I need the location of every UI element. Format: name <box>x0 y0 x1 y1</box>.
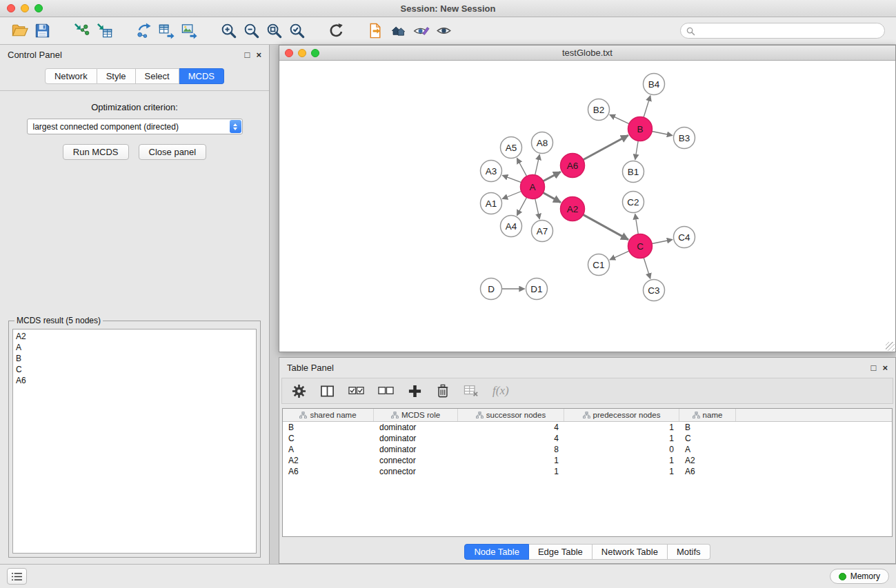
table-row[interactable]: Cdominator41C <box>283 433 892 444</box>
tab-node-table[interactable]: Node Table <box>464 544 529 560</box>
tab-style[interactable]: Style <box>97 68 136 84</box>
graph-node-A4[interactable]: A4 <box>501 216 522 237</box>
minimize-window-button[interactable] <box>21 4 29 12</box>
table-row[interactable]: A6connector11A6 <box>283 466 892 477</box>
delete-column-button[interactable] <box>436 383 450 398</box>
function-builder-button[interactable]: f(x) <box>492 384 509 398</box>
graph-node-D1[interactable]: D1 <box>526 278 548 300</box>
column-browser-button[interactable] <box>320 384 335 398</box>
tab-edge-table[interactable]: Edge Table <box>529 544 593 560</box>
table-row[interactable]: Adominator80A <box>283 444 892 455</box>
search-input[interactable] <box>680 23 885 39</box>
zoom-in-button[interactable] <box>217 19 240 42</box>
graph-node-A[interactable]: A <box>521 175 545 199</box>
open-file-button[interactable] <box>8 19 31 42</box>
close-table-panel-icon[interactable]: × <box>882 363 888 372</box>
network-canvas[interactable]: B4B2BB3A8A5A6A3B1AC2A1A2A4A7C4CC1C3DD1 <box>279 61 895 352</box>
minimize-network-window-button[interactable] <box>298 49 306 57</box>
graph-node-A6[interactable]: A6 <box>561 154 585 178</box>
graph-edge-A-A5[interactable] <box>517 158 526 176</box>
select-all-columns-button[interactable] <box>348 386 364 396</box>
zoom-selected-button[interactable] <box>286 19 308 42</box>
graphics-details-button[interactable] <box>410 19 432 42</box>
graph-edge-C-C1[interactable] <box>610 251 629 260</box>
table-settings-button[interactable] <box>292 384 306 398</box>
export-table-button[interactable] <box>155 19 178 42</box>
open-session-button[interactable] <box>364 19 387 42</box>
graph-edge-A-A6[interactable] <box>543 172 560 181</box>
export-network-button[interactable] <box>132 19 155 42</box>
import-table-button[interactable] <box>93 19 116 42</box>
mcds-result-list[interactable]: A2ABCA6 <box>12 329 257 554</box>
graph-edge-A2-C[interactable] <box>583 214 628 239</box>
graph-node-D[interactable]: D <box>481 278 502 300</box>
graph-node-A5[interactable]: A5 <box>501 137 522 159</box>
float-table-panel-icon[interactable]: □ <box>871 363 877 372</box>
graph-node-C1[interactable]: C1 <box>588 254 610 276</box>
column-header-mcds-role[interactable]: MCDS role <box>374 409 458 421</box>
refresh-button[interactable] <box>325 19 348 42</box>
column-header-name[interactable]: name <box>679 409 736 421</box>
graph-node-A7[interactable]: A7 <box>532 221 553 242</box>
graph-edge-A-A4[interactable] <box>517 197 526 215</box>
column-header-predecessor-nodes[interactable]: predecessor nodes <box>564 409 679 421</box>
tab-motifs[interactable]: Motifs <box>668 544 710 560</box>
zoom-out-button[interactable] <box>240 19 263 42</box>
close-window-button[interactable] <box>7 4 15 12</box>
optimization-criterion-dropdown[interactable]: largest connected component (directed) <box>27 119 243 134</box>
tab-mcds[interactable]: MCDS <box>179 68 224 84</box>
column-header-successor-nodes[interactable]: successor nodes <box>458 409 564 421</box>
graph-edge-B-B4[interactable] <box>644 96 650 118</box>
zoom-network-window-button[interactable] <box>311 49 319 57</box>
list-item[interactable]: C <box>16 364 253 375</box>
close-panel-icon[interactable]: × <box>256 50 261 59</box>
memory-button[interactable]: Memory <box>830 569 889 584</box>
graph-edge-A-A2[interactable] <box>543 193 561 203</box>
column-header-shared-name[interactable]: shared name <box>283 409 374 421</box>
graph-edge-A6-B[interactable] <box>583 135 628 159</box>
birds-eye-button[interactable] <box>432 19 455 42</box>
graph-node-C4[interactable]: C4 <box>674 227 695 248</box>
tab-network[interactable]: Network <box>45 68 97 84</box>
graph-node-A8[interactable]: A8 <box>532 132 553 154</box>
graph-edge-C-C3[interactable] <box>644 258 650 279</box>
show-panels-button[interactable] <box>7 568 27 585</box>
graph-edge-C-C2[interactable] <box>635 214 639 234</box>
list-item[interactable]: B <box>16 353 253 364</box>
graph-edge-B-B1[interactable] <box>635 141 638 159</box>
resize-grip[interactable] <box>886 342 895 351</box>
graph-edge-A-A8[interactable] <box>535 154 540 175</box>
graph-node-B2[interactable]: B2 <box>588 99 610 121</box>
tab-network-table[interactable]: Network Table <box>593 544 668 560</box>
graph-node-B1[interactable]: B1 <box>623 161 644 183</box>
graph-node-B[interactable]: B <box>628 117 653 141</box>
graph-edge-B-B3[interactable] <box>652 132 673 136</box>
close-network-window-button[interactable] <box>285 49 293 57</box>
zoom-fit-button[interactable] <box>263 19 286 42</box>
graph-edge-A-A3[interactable] <box>502 175 521 182</box>
float-panel-icon[interactable]: □ <box>245 50 250 59</box>
table-row[interactable]: Bdominator41B <box>283 422 892 433</box>
tab-select[interactable]: Select <box>136 68 179 84</box>
run-mcds-button[interactable]: Run MCDS <box>63 144 129 160</box>
list-item[interactable]: A2 <box>16 331 253 342</box>
list-item[interactable]: A <box>16 342 253 353</box>
export-image-button[interactable] <box>178 19 201 42</box>
graph-node-C2[interactable]: C2 <box>623 192 644 213</box>
graph-node-C[interactable]: C <box>628 234 653 258</box>
graph-node-A3[interactable]: A3 <box>481 161 502 182</box>
table-row[interactable]: A2connector11A2 <box>283 455 892 466</box>
zoom-window-button[interactable] <box>34 4 43 12</box>
deselect-all-columns-button[interactable] <box>378 386 394 396</box>
graph-node-A2[interactable]: A2 <box>561 197 585 221</box>
save-session-button[interactable] <box>31 19 54 42</box>
graph-edge-C-C4[interactable] <box>652 240 673 244</box>
graph-node-A1[interactable]: A1 <box>481 193 502 214</box>
home-button[interactable] <box>387 19 410 42</box>
graph-edge-A-A7[interactable] <box>535 199 540 219</box>
list-item[interactable]: A6 <box>16 375 253 386</box>
graph-edge-B-B2[interactable] <box>610 114 629 123</box>
delete-table-button[interactable] <box>464 384 479 398</box>
graph-edge-A-A1[interactable] <box>502 192 521 199</box>
import-network-button[interactable] <box>70 19 93 42</box>
